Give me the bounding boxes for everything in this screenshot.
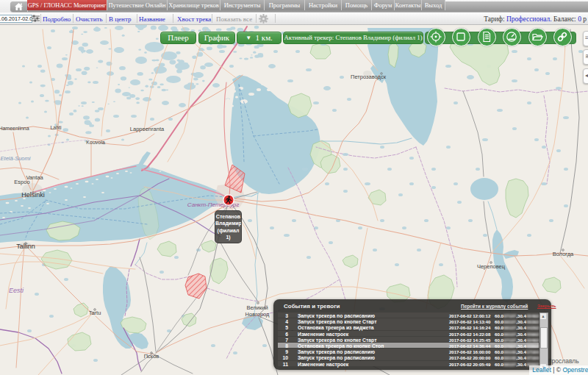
svg-text:Etelä-Suomi: Etelä-Suomi: [1, 155, 31, 162]
svg-text:Великий: Великий: [246, 304, 268, 311]
svg-text:Tallinn: Tallinn: [16, 243, 35, 250]
svg-text:Hameenlinna: Hameenlinna: [0, 126, 29, 131]
svg-text:Lappeenranta: Lappeenranta: [130, 126, 165, 132]
svg-text:Helsinki: Helsinki: [21, 191, 45, 199]
svg-text:Новгород: Новгород: [245, 311, 270, 318]
svg-text:Ярославль: Ярославль: [547, 357, 579, 365]
svg-text:Lahti: Lahti: [50, 125, 62, 130]
svg-text:Kouvola: Kouvola: [86, 140, 104, 145]
svg-text:Череповец: Череповец: [477, 263, 506, 270]
svg-text:Вологда: Вологда: [553, 251, 574, 257]
svg-text:Vantaa: Vantaa: [26, 174, 43, 181]
svg-text:Eesti: Eesti: [9, 287, 24, 294]
